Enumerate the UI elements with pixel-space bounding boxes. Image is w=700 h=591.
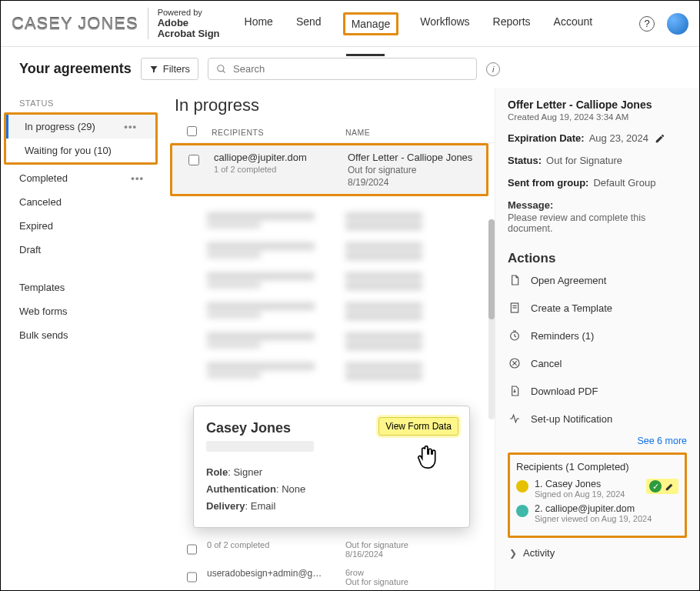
sidebar-item-templates[interactable]: Templates xyxy=(1,275,162,299)
document-icon xyxy=(508,273,522,287)
row-recipient-sub: 0 of 2 completed xyxy=(207,540,345,549)
action-reminders[interactable]: Reminders (1) xyxy=(508,322,687,349)
agreement-row[interactable]: 0 of 2 completed Out for signature 8/16/… xyxy=(170,536,495,563)
more-icon[interactable]: ••• xyxy=(124,121,137,132)
expiration-label: Expiration Date: xyxy=(508,132,585,144)
pencil-icon[interactable] xyxy=(655,133,665,144)
action-label: Cancel xyxy=(531,358,562,369)
top-nav: Home Send Manage Workflows Reports Accou… xyxy=(243,12,595,35)
auth-label: Authentication xyxy=(206,483,276,495)
sidebar-item-draft[interactable]: Draft xyxy=(1,238,162,262)
recipients-box: Recipients (1 Completed) 1. Casey Jones … xyxy=(508,452,687,538)
scrollbar[interactable] xyxy=(488,219,495,419)
sent-from-label: Sent from group: xyxy=(508,177,588,189)
sidebar-item-in-progress[interactable]: In progress (29) ••• xyxy=(6,115,155,139)
nav-manage[interactable]: Manage xyxy=(343,12,399,35)
search-input[interactable] xyxy=(233,63,468,75)
download-icon xyxy=(508,384,522,398)
notification-icon xyxy=(508,412,522,426)
sidebar-item-label: Completed xyxy=(19,172,68,184)
nav-reports[interactable]: Reports xyxy=(492,12,532,35)
action-setup-notification[interactable]: Set-up Notification xyxy=(508,405,687,432)
sidebar-item-label: Bulk sends xyxy=(19,329,68,341)
search-box[interactable] xyxy=(208,58,477,80)
sidebar-item-label: Draft xyxy=(19,244,41,255)
tail-rows: 0 of 2 completed Out for signature 8/16/… xyxy=(170,536,495,591)
recipient-name: 1. Casey Jones xyxy=(535,479,625,489)
expiration-value: Aug 23, 2024 xyxy=(589,132,648,144)
sidebar-status-heading: STATUS xyxy=(1,95,162,111)
row-checkbox[interactable] xyxy=(188,155,199,165)
svg-line-1 xyxy=(223,70,225,72)
row-status: Out for signature xyxy=(345,577,408,586)
recipient-row[interactable]: 2. calliope@jupiter.dom Signer viewed on… xyxy=(516,503,678,523)
actions-heading: Actions xyxy=(508,251,687,266)
nav-send[interactable]: Send xyxy=(295,12,323,35)
powered-by-product: Adobe Acrobat Sign xyxy=(158,17,220,39)
row-status: Out for signature xyxy=(345,540,408,549)
sidebar-item-completed[interactable]: Completed ••• xyxy=(1,166,162,190)
help-icon[interactable]: ? xyxy=(639,16,655,32)
more-icon[interactable]: ••• xyxy=(131,172,144,184)
sidebar-item-webforms[interactable]: Web forms xyxy=(1,299,162,323)
recipient-popover: Casey Jones View Form Data Role: Signer … xyxy=(193,406,470,528)
info-icon[interactable]: i xyxy=(486,62,500,76)
recipient-name: 2. calliope@jupiter.dom xyxy=(535,503,652,514)
role-value: Signer xyxy=(233,466,262,478)
sidebar-item-label: Canceled xyxy=(19,196,62,208)
detail-title: Offer Letter - Calliope Jones xyxy=(508,98,687,111)
funnel-icon xyxy=(149,65,158,74)
powered-by-label: Powered by Adobe Acrobat Sign xyxy=(148,8,220,39)
recipient-badge[interactable]: ✓ xyxy=(646,479,678,494)
row-checkbox[interactable] xyxy=(187,568,197,586)
row-recipient-sub: 1 of 2 completed xyxy=(214,165,348,174)
sidebar-item-label: Web forms xyxy=(19,306,68,317)
nav-home[interactable]: Home xyxy=(243,12,275,35)
recipients-heading: Recipients (1 Completed) xyxy=(516,461,678,472)
action-label: Download PDF xyxy=(531,386,598,397)
action-cancel[interactable]: Cancel xyxy=(508,349,687,377)
row-recipient: calliope@jupiter.dom xyxy=(214,152,348,163)
sidebar-item-bulk[interactable]: Bulk sends xyxy=(1,323,162,347)
see-more-link[interactable]: See 6 more xyxy=(508,436,687,446)
select-all-checkbox[interactable] xyxy=(187,126,197,136)
col-name[interactable]: NAME xyxy=(345,128,488,137)
row-name: 6row xyxy=(345,568,408,577)
detail-created: Created Aug 19, 2024 3:34 AM xyxy=(508,112,687,122)
col-recipients[interactable]: RECIPIENTS xyxy=(207,128,345,137)
status-label: Status: xyxy=(508,155,542,166)
message-value: Please review and complete this document… xyxy=(508,212,687,234)
nav-account[interactable]: Account xyxy=(552,12,595,35)
sidebar-item-waiting[interactable]: Waiting for you (10) xyxy=(6,139,155,162)
action-open-agreement[interactable]: Open Agreement xyxy=(508,266,687,294)
chevron-right-icon: ❯ xyxy=(509,548,517,559)
agreement-row[interactable]: useradobesign+admin@g… 6row Out for sign… xyxy=(170,563,495,591)
recipient-row[interactable]: 1. Casey Jones Signed on Aug 19, 2024 ✓ xyxy=(516,479,678,499)
user-avatar[interactable] xyxy=(667,13,688,35)
action-create-template[interactable]: Create a Template xyxy=(508,294,687,322)
page-title: Your agreements xyxy=(19,61,132,77)
nav-workflows[interactable]: Workflows xyxy=(418,12,471,35)
recipient-sub: Signer viewed on Aug 19, 2024 xyxy=(535,514,652,523)
svg-point-0 xyxy=(218,65,224,71)
recipient-status-dot xyxy=(516,505,528,517)
action-label: Set-up Notification xyxy=(531,413,612,425)
action-download-pdf[interactable]: Download PDF xyxy=(508,377,687,405)
details-panel: Offer Letter - Calliope Jones Created Au… xyxy=(495,88,699,591)
row-recipient: useradobesign+admin@g… xyxy=(207,568,345,579)
sidebar-item-expired[interactable]: Expired xyxy=(1,214,162,238)
action-label: Reminders (1) xyxy=(531,330,594,342)
view-form-data-button[interactable]: View Form Data xyxy=(378,417,458,436)
row-checkbox[interactable] xyxy=(187,540,197,559)
filters-button[interactable]: Filters xyxy=(141,58,198,80)
agreement-row[interactable]: calliope@jupiter.dom 1 of 2 completed Of… xyxy=(172,145,486,194)
sidebar-item-label: Templates xyxy=(19,282,65,293)
activity-toggle[interactable]: ❯ Activity xyxy=(508,538,687,559)
recipient-status-dot xyxy=(516,480,528,492)
redacted-bar xyxy=(206,441,314,452)
activity-label: Activity xyxy=(523,547,555,559)
row-date: 8/16/2024 xyxy=(345,549,408,559)
sidebar-item-canceled[interactable]: Canceled xyxy=(1,190,162,214)
check-icon: ✓ xyxy=(649,480,662,492)
row-date: 8/19/2024 xyxy=(348,177,480,188)
